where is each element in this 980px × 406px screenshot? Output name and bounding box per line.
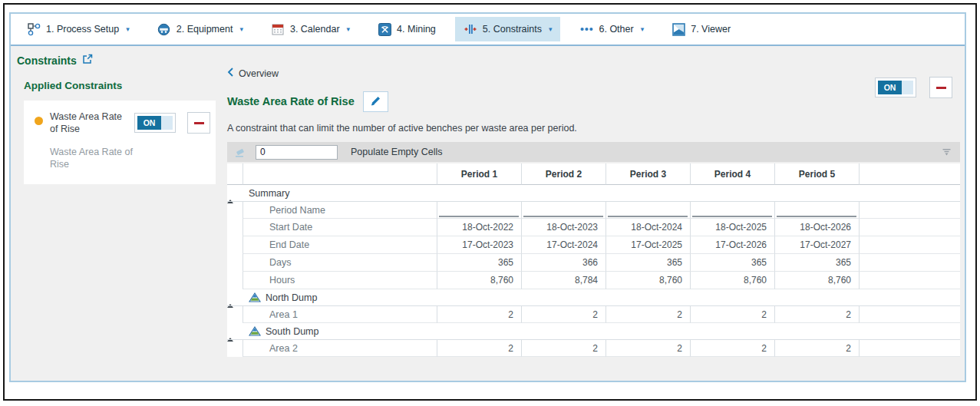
column-header: Period 3 xyxy=(606,163,691,185)
applied-constraints-heading: Applied Constraints xyxy=(24,80,219,91)
value-cell[interactable]: 18-Oct-2022 xyxy=(437,219,522,236)
tab-viewer[interactable]: 7. Viewer xyxy=(663,17,739,41)
value-cell[interactable]: 8,760 xyxy=(606,272,691,289)
period-name-cell[interactable] xyxy=(522,201,606,219)
value-cell[interactable]: 17-Oct-2024 xyxy=(522,236,606,254)
table-row: Area 122222 xyxy=(227,305,960,323)
group-row-south-dump[interactable]: South Dump xyxy=(227,323,960,339)
constraint-controls: ON xyxy=(875,77,952,98)
row-label: End Date xyxy=(243,236,437,254)
tab-calendar[interactable]: 3. Calendar▾ xyxy=(262,17,358,41)
value-cell[interactable]: 2 xyxy=(437,339,522,357)
value-cell[interactable]: 8,760 xyxy=(775,272,860,289)
minus-icon xyxy=(936,87,946,89)
period-name-cell[interactable] xyxy=(437,201,522,219)
value-cell[interactable]: 18-Oct-2026 xyxy=(775,219,860,236)
trailing-cell xyxy=(860,201,960,219)
constraint-toggle[interactable]: ON xyxy=(134,113,176,133)
caret-down-icon: ▾ xyxy=(641,25,645,33)
row-gutter xyxy=(227,305,243,323)
row-gutter xyxy=(227,339,243,357)
empty-cell-underline xyxy=(692,216,772,217)
column-header: Period 4 xyxy=(691,163,775,185)
table-row: End Date17-Oct-202317-Oct-202417-Oct-202… xyxy=(227,236,960,254)
trailing-cell xyxy=(860,339,960,357)
trailing-cell xyxy=(860,272,960,289)
value-cell[interactable]: 17-Oct-2023 xyxy=(437,236,522,254)
group-label-text: North Dump xyxy=(266,292,317,303)
main-area: Overview Waste Area Rate of Rise ON xyxy=(219,46,965,381)
open-external-icon[interactable] xyxy=(82,54,93,67)
tab-label: 6. Other xyxy=(599,24,633,35)
constraint-description: A constraint that can limit the number o… xyxy=(227,123,960,134)
tab-label: 5. Constraints xyxy=(483,24,542,35)
populate-empty-cells-button[interactable]: Populate Empty Cells xyxy=(351,147,443,157)
value-cell[interactable]: 2 xyxy=(775,339,860,357)
equipment-icon xyxy=(157,22,171,36)
main-constraint-toggle[interactable]: ON xyxy=(875,78,916,97)
value-cell[interactable]: 365 xyxy=(606,254,691,272)
eraser-icon[interactable] xyxy=(234,146,246,158)
remove-constraint-button-main[interactable] xyxy=(929,77,952,98)
tab-process-setup[interactable]: 1. Process Setup▾ xyxy=(18,17,138,41)
overview-link-text: Overview xyxy=(239,68,279,79)
constraint-list-item[interactable]: Waste Area Rate of Rise ON xyxy=(34,111,210,136)
value-cell[interactable]: 2 xyxy=(606,305,691,323)
value-cell[interactable]: 2 xyxy=(522,305,606,323)
column-header: Period 1 xyxy=(437,163,522,185)
populate-value-input[interactable] xyxy=(256,145,338,160)
other-icon xyxy=(579,22,593,36)
caret-down-icon: ▾ xyxy=(347,25,351,33)
table-row: Hours8,7608,7848,7608,7608,760 xyxy=(227,272,960,289)
value-cell[interactable]: 17-Oct-2025 xyxy=(606,236,691,254)
value-cell[interactable]: 2 xyxy=(437,305,522,323)
tab-mining[interactable]: 4. Mining xyxy=(369,17,444,41)
app-window: 1. Process Setup▾2. Equipment▾3. Calenda… xyxy=(3,3,977,401)
tab-constraints[interactable]: 5. Constraints▾ xyxy=(455,17,561,41)
value-cell[interactable]: 18-Oct-2025 xyxy=(691,219,775,236)
value-cell[interactable]: 2 xyxy=(522,339,606,357)
value-cell[interactable]: 18-Oct-2023 xyxy=(522,219,606,236)
tab-equipment[interactable]: 2. Equipment▾ xyxy=(149,17,252,41)
trailing-cell xyxy=(860,254,960,272)
expander-cell xyxy=(227,186,243,200)
value-cell[interactable]: 2 xyxy=(691,339,775,357)
tab-other[interactable]: 6. Other▾ xyxy=(571,17,652,41)
remove-constraint-button[interactable] xyxy=(187,112,210,134)
group-label: Summary xyxy=(243,188,960,199)
period-name-cell[interactable] xyxy=(606,201,691,219)
edit-title-button[interactable] xyxy=(363,91,388,112)
period-name-cell[interactable] xyxy=(775,201,860,219)
overview-back-link[interactable]: Overview xyxy=(227,68,279,79)
value-cell[interactable]: 8,760 xyxy=(437,272,522,289)
page-title: Waste Area Rate of Rise xyxy=(227,95,355,107)
value-cell[interactable]: 18-Oct-2024 xyxy=(606,219,691,236)
value-cell[interactable]: 2 xyxy=(606,339,691,357)
period-name-cell[interactable] xyxy=(691,201,775,219)
value-cell[interactable]: 365 xyxy=(691,254,775,272)
value-cell[interactable]: 2 xyxy=(691,305,775,323)
value-cell[interactable]: 365 xyxy=(775,254,860,272)
value-cell[interactable]: 2 xyxy=(775,305,860,323)
trailing-cell xyxy=(860,305,960,323)
value-cell[interactable]: 366 xyxy=(522,254,606,272)
group-row-summary[interactable]: Summary xyxy=(227,185,960,201)
constraint-sub-name[interactable]: Waste Area Rate of Rise xyxy=(50,146,134,171)
applied-constraints-card: Waste Area Rate of Rise ON Waste Area Ra… xyxy=(24,101,216,184)
column-header: Period 2 xyxy=(522,163,606,185)
value-cell[interactable]: 17-Oct-2026 xyxy=(691,236,775,254)
table-row: Start Date18-Oct-202218-Oct-202318-Oct-2… xyxy=(227,219,960,236)
value-cell[interactable]: 365 xyxy=(437,254,522,272)
value-cell[interactable]: 8,760 xyxy=(691,272,775,289)
row-label: Hours xyxy=(243,272,437,289)
row-label: Area 1 xyxy=(243,305,437,323)
minus-icon xyxy=(194,122,204,124)
toggle-on-label: ON xyxy=(878,81,902,94)
group-row-north-dump[interactable]: North Dump xyxy=(227,289,960,305)
value-cell[interactable]: 17-Oct-2027 xyxy=(775,236,860,254)
value-cell[interactable]: 8,784 xyxy=(522,272,606,289)
filter-icon[interactable] xyxy=(942,145,951,159)
app-panel: 1. Process Setup▾2. Equipment▾3. Calenda… xyxy=(9,12,966,382)
group-label-text: Summary xyxy=(249,188,289,199)
calendar-icon xyxy=(271,22,285,36)
